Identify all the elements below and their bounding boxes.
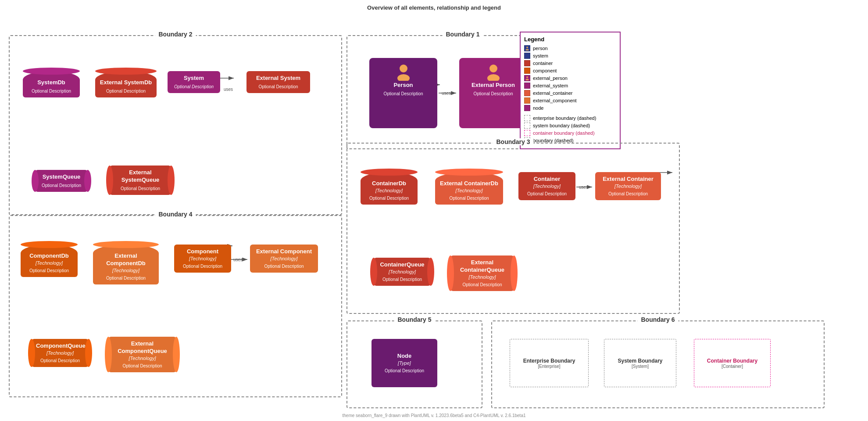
legend-node: node: [524, 105, 616, 111]
svg-point-6: [397, 74, 410, 81]
external-person-icon: [485, 63, 502, 81]
system-queue-card: SystemQueue Optional Description: [35, 170, 88, 192]
legend-system-boundary: system boundary (dashed): [524, 122, 616, 129]
person-card: Person Optional Description: [369, 58, 437, 128]
container-boundary-mini: Container Boundary [Container]: [694, 339, 771, 387]
legend-enterprise-boundary: enterprise boundary (dashed): [524, 115, 616, 121]
component-card: Component [Technology] Optional Descript…: [174, 245, 231, 273]
boundary-6-title: Boundary 6: [637, 316, 678, 323]
boundary-4: Boundary 4 ComponentDb [Technology] Opti…: [9, 215, 342, 397]
container-card: Container [Technology] Optional Descript…: [518, 172, 575, 200]
external-container-card: External Container [Technology] Optional…: [595, 172, 661, 200]
system-card: System Optional Description: [168, 71, 220, 93]
legend-system: system: [524, 53, 616, 59]
legend-person: person: [524, 45, 616, 51]
component-queue-card: ComponentQueue [Technology] Optional Des…: [32, 339, 89, 367]
uses-label-b1: uses: [442, 91, 451, 96]
system-db-card: SystemDb Optional Description: [23, 71, 80, 97]
external-system-db-card: External SystemDb Optional Description: [95, 71, 157, 97]
external-person-card: External Person Optional Description: [459, 58, 527, 128]
boundary-4-title: Boundary 4: [155, 211, 196, 218]
boundary-1-title: Boundary 1: [442, 31, 483, 38]
footer: theme seaborn_flare_9 drawn with PlantUM…: [0, 413, 868, 418]
external-container-db-card: External ContainerDb [Technology] Option…: [435, 172, 503, 205]
svg-point-12: [526, 49, 529, 51]
external-component-queue-card: External ComponentQueue [Technology] Opt…: [108, 337, 176, 372]
boundary-2-title: Boundary 2: [155, 31, 196, 38]
boundary-6: Boundary 6 Enterprise Boundary [Enterpri…: [491, 320, 825, 408]
uses-label-b3: uses: [579, 185, 588, 190]
person-icon: [395, 63, 412, 81]
svg-point-14: [526, 79, 529, 81]
page-title: Overview of all elements, relationship a…: [0, 0, 868, 13]
legend-container: container: [524, 60, 616, 66]
external-system-queue-card: External SystemQueue Optional Descriptio…: [110, 166, 171, 195]
container-queue-card: ContainerQueue [Technology] Optional Des…: [374, 258, 431, 286]
boundary-5-title: Boundary 5: [394, 316, 435, 323]
legend-title: Legend: [524, 36, 616, 43]
svg-point-11: [526, 47, 528, 48]
container-db-card: ContainerDb [Technology] Optional Descri…: [361, 172, 418, 205]
svg-point-10: [487, 74, 500, 81]
boundary-3: Boundary 3 ContainerDb [Technology] Opti…: [346, 143, 680, 314]
legend-container-boundary: container boundary (dashed): [524, 130, 616, 136]
external-container-queue-card: External ContainerQueue [Technology] Opt…: [450, 255, 514, 291]
boundary-5: Boundary 5 Node [Type] Optional Descript…: [346, 320, 482, 408]
legend-box: Legend person system container component: [520, 32, 621, 149]
component-db-card: ComponentDb [Technology] Optional Descri…: [21, 245, 78, 277]
legend-external-system: external_system: [524, 83, 616, 89]
svg-point-13: [526, 76, 528, 78]
uses-label-b2: uses: [224, 87, 233, 92]
svg-point-5: [400, 65, 407, 72]
boundary-3-title: Boundary 3: [493, 138, 533, 145]
external-system-card: External System Optional Description: [246, 71, 310, 93]
boundary-2: Boundary 2 SystemDb Optional Description…: [9, 35, 342, 215]
system-boundary-mini: System Boundary [System]: [604, 339, 676, 387]
external-component-card: External Component [Technology] Optional…: [250, 245, 318, 273]
enterprise-boundary-mini: Enterprise Boundary [Enterprise]: [510, 339, 589, 387]
legend-external-person: external_person: [524, 75, 616, 81]
legend-external-component: external_component: [524, 97, 616, 104]
uses-label-b4: uses: [233, 257, 243, 262]
svg-point-9: [489, 65, 497, 72]
legend-component: component: [524, 68, 616, 74]
node-card: Node [Type] Optional Description: [371, 339, 437, 387]
legend-external-container: external_container: [524, 90, 616, 96]
external-component-db-card: External ComponentDb [Technology] Option…: [93, 245, 159, 284]
